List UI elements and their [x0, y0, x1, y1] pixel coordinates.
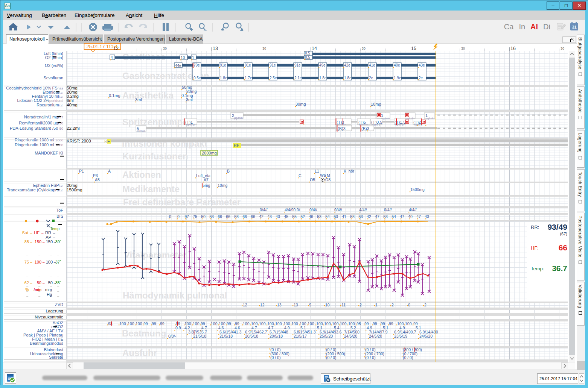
svg-text:–: – — [38, 244, 40, 248]
svg-text:–: – — [57, 294, 59, 298]
svg-text:24/5/20: 24/5/20 — [419, 334, 433, 338]
svg-text:100: 100 — [259, 321, 266, 326]
svg-text:–: – — [54, 260, 56, 264]
svg-text:12: 12 — [113, 46, 119, 51]
svg-text:–: – — [53, 293, 55, 297]
svg-text:0/4//: 0/4// — [384, 208, 392, 212]
svg-text:47: 47 — [416, 214, 421, 219]
svg-text:52: 52 — [300, 214, 305, 219]
svg-text:20/5/18: 20/5/18 — [270, 334, 283, 338]
svg-text:99: 99 — [373, 321, 377, 326]
svg-text:Niveaukontrolle: Niveaukontrolle — [35, 315, 63, 319]
svg-text:Remifentanil/2000 µg/50: Remifentanil/2000 µg/50 — [19, 121, 63, 125]
svg-text:4: 4 — [111, 56, 113, 60]
svg-text:–: – — [30, 231, 32, 235]
svg-text:(67): (67) — [560, 232, 567, 236]
svg-text:10: 10 — [325, 303, 330, 307]
svg-text:41: 41 — [342, 214, 346, 219]
svg-text:–: – — [53, 288, 55, 292]
svg-text:1.7e: 1.7e — [245, 76, 252, 80]
svg-text:53: 53 — [358, 214, 363, 219]
svg-text:58: 58 — [350, 214, 355, 219]
svg-text:–: – — [26, 244, 28, 248]
svg-text:53: 53 — [209, 214, 214, 219]
svg-text:–: – — [57, 244, 59, 248]
svg-text:4/4/90.0/: 4/4/90.0/ — [285, 208, 300, 212]
svg-text:–: – — [38, 254, 40, 258]
svg-text:98: 98 — [356, 321, 361, 326]
svg-text:100: 100 — [291, 321, 298, 326]
svg-text:Sevofluran: Sevofluran — [43, 76, 63, 80]
svg-text:(B)3: (B)3 — [338, 126, 346, 131]
svg-text:2e: 2e — [369, 76, 373, 80]
svg-text:(0 / 0): (0 / 0) — [365, 355, 375, 360]
svg-text:100: 100 — [275, 321, 282, 326]
svg-text:1.8e: 1.8e — [319, 76, 327, 80]
svg-text:1.8e: 1.8e — [344, 76, 352, 80]
svg-text:100: 100 — [119, 321, 126, 326]
svg-text:–: – — [38, 274, 40, 278]
svg-text:66: 66 — [218, 214, 222, 219]
svg-text:40mg: 40mg — [67, 103, 78, 107]
svg-text:A: A — [108, 169, 111, 173]
svg-text:–: – — [38, 294, 40, 298]
svg-text:Beatmung: Beatmung — [122, 328, 166, 338]
svg-text:12: 12 — [243, 303, 247, 307]
svg-text:Kurzinfusionen: Kurzinfusionen — [122, 151, 188, 161]
svg-text:(0 / 0): (0 / 0) — [326, 355, 336, 360]
svg-text:58: 58 — [234, 214, 239, 219]
svg-text:–: – — [53, 231, 55, 235]
svg-text:2.1e: 2.1e — [294, 76, 302, 80]
svg-text:21/5/18: 21/5/18 — [219, 334, 233, 338]
svg-text:100: 100 — [35, 260, 41, 264]
svg-text:2000mg: 2000mg — [202, 151, 217, 155]
svg-text:–: – — [26, 264, 28, 268]
svg-text:100: 100 — [340, 321, 347, 326]
svg-text:91e: 91e — [245, 63, 251, 67]
svg-text:–: – — [50, 269, 52, 273]
svg-text:1.8e: 1.8e — [220, 76, 227, 80]
svg-text:97: 97 — [184, 214, 189, 219]
svg-text:K_hör: K_hör — [344, 169, 355, 173]
svg-text:–: – — [30, 281, 32, 285]
svg-text:–: – — [26, 294, 28, 298]
svg-text:O8: O8 — [325, 177, 331, 182]
svg-text:Beatmungsmodus: Beatmungsmodus — [30, 341, 63, 346]
svg-text:PDA-Lösung Standard /50 50: PDA-Lösung Standard /50 50 — [10, 126, 63, 130]
svg-text:1500mg: 1500mg — [67, 188, 82, 192]
svg-text:3ml: 3ml — [135, 97, 142, 102]
svg-text:47: 47 — [400, 214, 404, 219]
svg-text:16: 16 — [510, 46, 516, 51]
svg-text:–: – — [43, 260, 45, 264]
svg-text:mm: mm — [45, 287, 52, 292]
svg-text:–: – — [26, 254, 28, 258]
svg-text:100: 100 — [128, 321, 134, 326]
svg-text:%: % — [25, 287, 29, 292]
svg-text:Rocuroniumi.v.: Rocuroniumi.v. — [37, 103, 63, 107]
svg-text:55: 55 — [292, 214, 297, 219]
svg-text:100: 100 — [211, 321, 218, 326]
svg-text:100: 100 — [193, 321, 200, 326]
svg-text:–: – — [43, 288, 45, 292]
svg-text:24/5/20: 24/5/20 — [344, 334, 357, 338]
svg-text:F: F — [107, 139, 110, 144]
svg-text:5mg: 5mg — [203, 183, 210, 188]
svg-text:14: 14 — [312, 46, 317, 51]
svg-text:A5: A5 — [95, 177, 100, 182]
svg-text:–: – — [57, 274, 59, 278]
svg-text:Sekrete: Sekrete — [49, 355, 63, 359]
svg-text:Frei definierbare Parameter: Frei definierbare Parameter — [123, 197, 241, 207]
svg-text:µg/min: µg/min — [234, 116, 243, 120]
svg-text:ml/Std: ml/Std — [137, 129, 145, 133]
svg-text:0.9: 0.9 — [175, 326, 181, 330]
svg-text:–: – — [54, 281, 56, 285]
svg-text:99: 99 — [143, 321, 148, 326]
svg-text:O2 (l/min): O2 (l/min) — [45, 55, 63, 60]
svg-text:2: 2 — [424, 303, 427, 307]
svg-text:MANDOKEF KI: MANDOKEF KI — [35, 151, 63, 155]
svg-text:L1: L1 — [315, 169, 319, 173]
svg-text:3ml: 3ml — [186, 97, 193, 102]
svg-text:30: 30 — [461, 47, 465, 50]
svg-text:45: 45 — [284, 214, 288, 219]
svg-text:23/5/19: 23/5/19 — [394, 334, 407, 338]
